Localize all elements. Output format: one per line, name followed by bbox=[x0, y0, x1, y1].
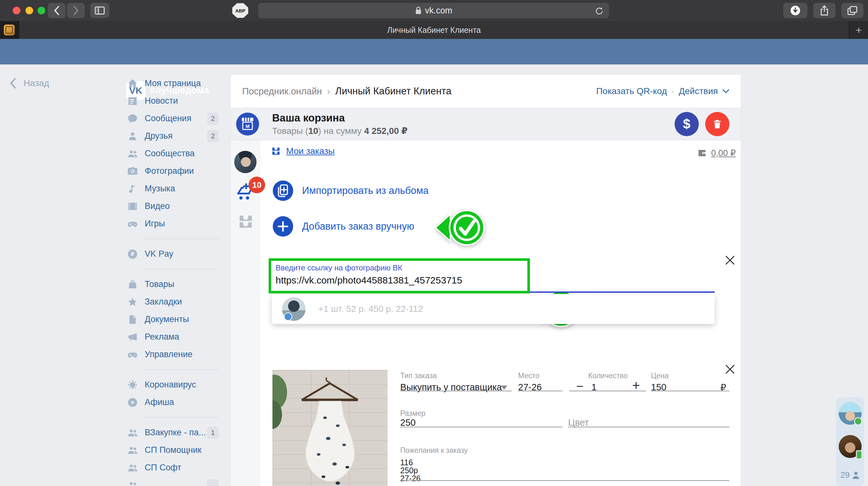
bookmarks-icon bbox=[126, 296, 139, 308]
remove-item-button[interactable] bbox=[724, 364, 736, 375]
sidebar-item-community[interactable]: СП Помощник bbox=[126, 441, 222, 459]
store-mini-badge bbox=[284, 313, 292, 321]
add-order-manually-button[interactable]: Добавить заказ вручную bbox=[273, 216, 414, 237]
sidebar-toggle-button[interactable] bbox=[90, 3, 109, 18]
actions-link[interactable]: Действия bbox=[679, 86, 718, 96]
close-window-button[interactable] bbox=[13, 7, 21, 15]
counter-badge: 2 bbox=[207, 113, 219, 125]
friends-count[interactable]: 29 bbox=[836, 470, 864, 480]
order-wishes-field[interactable]: Пожелания к заказу 116250р27-26 bbox=[400, 446, 730, 483]
forward-button[interactable] bbox=[67, 3, 85, 18]
sidebar-item-bookmarks[interactable]: Закладки bbox=[126, 293, 222, 311]
annotation-check-arrow bbox=[435, 207, 486, 248]
suggestion-item[interactable]: +1 шт. 52 р. 450 р. 22-112 bbox=[272, 294, 715, 324]
quantity-minus-button[interactable]: − bbox=[576, 379, 584, 394]
show-qr-link[interactable]: Показать QR-код bbox=[596, 86, 667, 96]
dropdown-arrow-icon[interactable] bbox=[501, 385, 507, 390]
sidebar-item-label: Видео bbox=[145, 201, 170, 211]
sidebar-item-community[interactable]: СП Софт bbox=[126, 459, 222, 477]
sidebar-item-market[interactable]: Товары bbox=[126, 276, 222, 293]
balance-link[interactable]: 0,00 ₽ bbox=[711, 148, 736, 158]
sidebar-divider bbox=[126, 363, 222, 376]
back-link[interactable]: Назад bbox=[9, 77, 49, 89]
breadcrumb: Посредник.онлайн › Личный Кабинет Клиент… bbox=[231, 75, 741, 108]
adblock-extension-button[interactable]: ABP bbox=[232, 3, 248, 18]
manage-icon bbox=[126, 348, 139, 361]
minimize-window-button[interactable] bbox=[26, 7, 33, 15]
zoom-window-button[interactable] bbox=[38, 7, 45, 15]
sidebar-item-label: Управление bbox=[145, 349, 192, 360]
person-icon bbox=[852, 471, 860, 479]
address-bar[interactable]: vk.com bbox=[258, 3, 609, 18]
reload-icon[interactable] bbox=[594, 6, 604, 16]
community-icon bbox=[126, 479, 139, 486]
app-card: Посредник.онлайн › Личный Кабинет Клиент… bbox=[231, 75, 741, 486]
downloads-button[interactable] bbox=[783, 3, 807, 18]
sidebar-item-music[interactable]: Музыка bbox=[126, 180, 222, 197]
sidebar-item-label: Закладки bbox=[145, 297, 182, 307]
cart-tab[interactable]: 10 bbox=[235, 181, 255, 203]
sidebar-item-docs[interactable]: Документы bbox=[126, 311, 222, 328]
store-icon: М bbox=[236, 112, 259, 136]
sidebar-item-label: СП Софт bbox=[145, 463, 181, 473]
photo-link-input[interactable]: Введите ссылку на фотографию ВК https://… bbox=[269, 258, 530, 293]
sidebar-item-friends[interactable]: Друзья2 bbox=[126, 127, 222, 145]
counter-badge bbox=[207, 479, 219, 486]
friend-avatar[interactable] bbox=[839, 435, 862, 458]
photo-link-value: https://vk.com/photo445881381_457253715 bbox=[276, 275, 462, 286]
sidebar-item-groups[interactable]: Сообщества bbox=[126, 145, 222, 162]
sidebar-item-virus[interactable]: Коронавирус bbox=[126, 376, 222, 394]
messages-icon bbox=[126, 112, 139, 125]
sidebar-item-video[interactable]: Видео bbox=[126, 197, 222, 215]
sidebar-item-vkpay[interactable]: ₽VK Pay bbox=[126, 245, 222, 263]
afisha-icon bbox=[126, 396, 139, 409]
active-tab[interactable]: Личный Кабинет Клиента bbox=[19, 21, 849, 39]
dollar-icon: $ bbox=[683, 116, 690, 132]
clear-cart-button[interactable] bbox=[705, 112, 730, 136]
tab-overview-button[interactable] bbox=[841, 3, 864, 18]
sidebar-item-community[interactable] bbox=[126, 477, 222, 486]
close-input-button[interactable] bbox=[724, 255, 736, 266]
vk-header: VK #лучшедома Поиск 2 Артерия – Time Wil… bbox=[0, 39, 868, 64]
orders-tab[interactable] bbox=[237, 213, 254, 231]
docs-icon bbox=[126, 313, 139, 326]
sidebar-item-ads[interactable]: Реклама bbox=[126, 328, 222, 346]
money-button[interactable]: $ bbox=[675, 112, 699, 136]
wallet-icon bbox=[697, 148, 707, 158]
dress-photo-illustration bbox=[273, 370, 388, 486]
inbox-icon bbox=[271, 146, 281, 156]
sidebar-item-label: VK Pay bbox=[145, 249, 173, 259]
news-icon bbox=[126, 95, 139, 108]
sidebar-item-games[interactable]: Игры bbox=[126, 215, 222, 232]
friend-avatar[interactable] bbox=[839, 402, 862, 425]
sidebar-item-messages[interactable]: Сообщения2 bbox=[126, 110, 222, 127]
sidebar-item-home[interactable]: Моя страница bbox=[126, 75, 222, 92]
balance-row: 0,00 ₽ bbox=[697, 148, 736, 158]
orders-inbox-icon bbox=[237, 213, 254, 230]
community-icon bbox=[126, 444, 139, 457]
sidebar-divider bbox=[126, 411, 222, 424]
sidebar-divider bbox=[126, 263, 222, 276]
import-from-album-button[interactable]: Импортировать из альбома bbox=[273, 180, 429, 201]
breadcrumb-app[interactable]: Посредник.онлайн bbox=[242, 86, 322, 96]
sidebar-item-manage[interactable]: Управление bbox=[126, 346, 222, 363]
svg-text:₽: ₽ bbox=[131, 251, 135, 257]
home-icon bbox=[126, 77, 139, 90]
share-button[interactable] bbox=[813, 3, 836, 18]
online-mobile-icon bbox=[856, 450, 862, 459]
photos-icon bbox=[126, 165, 139, 178]
sidebar-item-community[interactable]: ВЗакупке - па...1 bbox=[126, 424, 222, 441]
close-icon bbox=[726, 365, 734, 373]
client-avatar[interactable] bbox=[234, 151, 256, 173]
back-button[interactable] bbox=[48, 3, 66, 18]
sidebar-item-label: Музыка bbox=[145, 184, 175, 194]
sidebar-item-afisha[interactable]: Афиша bbox=[126, 394, 222, 411]
sidebar-item-photos[interactable]: Фотографии bbox=[126, 162, 222, 180]
new-tab-button[interactable]: + bbox=[849, 21, 868, 39]
counter-badge: 2 bbox=[207, 130, 219, 142]
breadcrumb-separator: › bbox=[327, 86, 330, 96]
sidebar-item-news[interactable]: Новости bbox=[126, 92, 222, 110]
pinned-tab[interactable] bbox=[0, 21, 19, 39]
my-orders-link[interactable]: Мои заказы bbox=[286, 146, 335, 156]
sidebar-item-label: Друзья bbox=[145, 131, 173, 141]
